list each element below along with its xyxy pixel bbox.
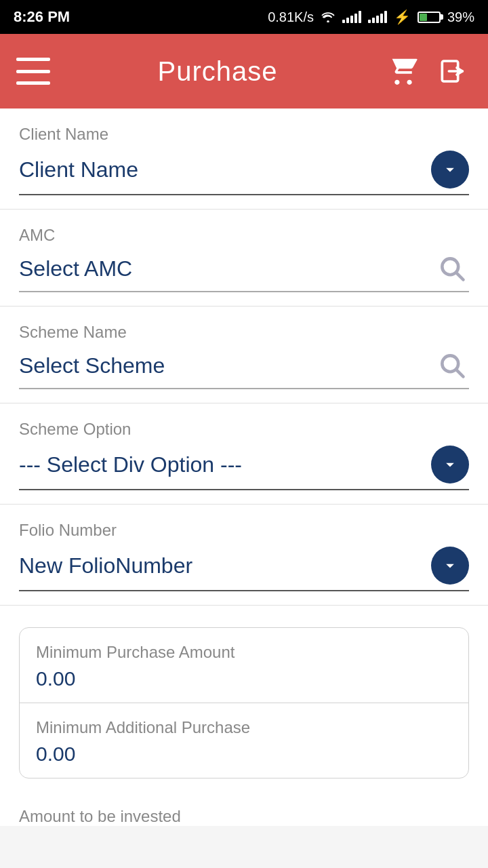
- folio-number-field: Folio Number New FolioNumber: [0, 505, 488, 606]
- charging-icon: ⚡: [394, 9, 411, 25]
- status-time: 8:26 PM: [14, 8, 70, 26]
- folio-number-label: Folio Number: [19, 521, 469, 540]
- client-name-label: Client Name: [19, 125, 469, 144]
- chevron-down-icon: [441, 455, 460, 474]
- folio-number-dropdown[interactable]: [431, 547, 469, 585]
- app-bar-actions: [385, 53, 472, 90]
- battery-percent: 39%: [447, 9, 474, 25]
- scheme-option-row[interactable]: --- Select Div Option ---: [19, 446, 469, 490]
- scheme-name-field: Scheme Name Select Scheme: [0, 307, 488, 403]
- amount-section: Amount to be invested: [0, 800, 488, 826]
- client-name-field: Client Name Client Name: [0, 108, 488, 210]
- page-title: Purchase: [50, 56, 385, 87]
- logout-icon: [439, 58, 468, 85]
- scheme-name-row[interactable]: Select Scheme: [19, 349, 469, 389]
- app-bar: Purchase: [0, 34, 488, 108]
- status-icons: 0.81K/s ⚡ 39%: [268, 9, 474, 25]
- min-purchase-row: Minimum Purchase Amount 0.00: [20, 628, 468, 703]
- scheme-search-button[interactable]: [435, 349, 469, 382]
- amc-placeholder: Select AMC: [19, 256, 132, 281]
- folio-number-row[interactable]: New FolioNumber: [19, 547, 469, 591]
- info-card: Minimum Purchase Amount 0.00 Minimum Add…: [19, 627, 469, 778]
- scheme-option-field: Scheme Option --- Select Div Option ---: [0, 403, 488, 505]
- status-bar: 8:26 PM 0.81K/s ⚡ 39: [0, 0, 488, 34]
- folio-number-value: New FolioNumber: [19, 553, 192, 578]
- search-icon: [437, 351, 467, 380]
- cart-icon: [388, 58, 418, 85]
- form-content: Client Name Client Name AMC Select AMC S…: [0, 108, 488, 826]
- menu-button[interactable]: [16, 58, 50, 85]
- min-additional-value: 0.00: [36, 743, 452, 766]
- scheme-name-label: Scheme Name: [19, 323, 469, 342]
- chevron-down-icon: [441, 160, 460, 179]
- wifi-icon: [321, 12, 336, 22]
- logout-button[interactable]: [435, 53, 472, 90]
- scheme-name-placeholder: Select Scheme: [19, 353, 165, 378]
- svg-line-3: [456, 273, 463, 279]
- client-name-dropdown[interactable]: [431, 151, 469, 189]
- menu-line-1: [16, 58, 50, 61]
- amount-label: Amount to be invested: [19, 807, 469, 826]
- client-name-value: Client Name: [19, 157, 138, 182]
- client-name-row[interactable]: Client Name: [19, 151, 469, 195]
- search-icon: [437, 254, 467, 283]
- chevron-down-icon: [441, 556, 460, 575]
- amc-search-button[interactable]: [435, 252, 469, 285]
- menu-line-2: [16, 70, 50, 73]
- network-speed: 0.81K/s: [268, 9, 314, 25]
- battery-indicator: [418, 12, 441, 23]
- min-purchase-value: 0.00: [36, 667, 452, 690]
- amc-field: AMC Select AMC: [0, 210, 488, 307]
- signal-bars-1: [342, 11, 361, 23]
- min-additional-row: Minimum Additional Purchase 0.00: [20, 703, 468, 778]
- scheme-option-label: Scheme Option: [19, 420, 469, 439]
- cart-button[interactable]: [385, 53, 422, 90]
- scheme-option-dropdown[interactable]: [431, 446, 469, 484]
- signal-bars-2: [368, 11, 387, 23]
- amc-row[interactable]: Select AMC: [19, 252, 469, 292]
- menu-line-3: [16, 81, 50, 85]
- min-purchase-label: Minimum Purchase Amount: [36, 643, 452, 662]
- min-additional-label: Minimum Additional Purchase: [36, 718, 452, 737]
- amc-label: AMC: [19, 226, 469, 245]
- svg-line-5: [456, 370, 463, 376]
- scheme-option-value: --- Select Div Option ---: [19, 452, 242, 477]
